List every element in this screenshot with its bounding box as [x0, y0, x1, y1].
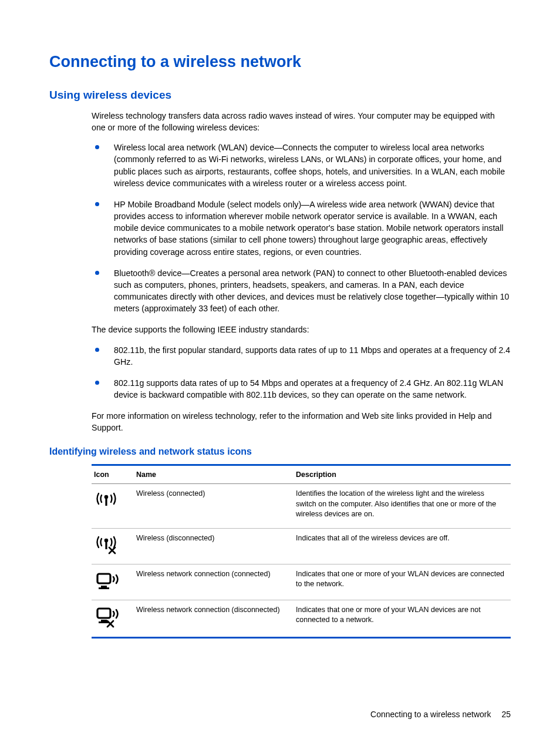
- device-list: Wireless local area network (WLAN) devic…: [94, 142, 511, 314]
- page-footer: Connecting to a wireless network 25: [370, 710, 511, 719]
- cell-desc: Indicates that all of the wireless devic…: [294, 528, 511, 564]
- table-row: Wireless network connection (connected) …: [92, 564, 511, 600]
- list-item: Wireless local area network (WLAN) devic…: [94, 142, 511, 189]
- list-item: Bluetooth® device—Creates a personal are…: [94, 267, 511, 315]
- svg-rect-8: [99, 587, 109, 589]
- footer-page-number: 25: [501, 710, 511, 719]
- wlan-disconnected-icon: [94, 605, 129, 629]
- page-title: Connecting to a wireless network: [49, 53, 511, 71]
- cell-name: Wireless network connection (connected): [134, 564, 294, 600]
- intro-paragraph: Wireless technology transfers data acros…: [92, 110, 511, 133]
- table-row: Wireless (connected) Identifies the loca…: [92, 484, 511, 529]
- svg-rect-10: [101, 620, 107, 622]
- more-info-paragraph: For more information on wireless technol…: [92, 410, 511, 434]
- col-header-icon: Icon: [92, 465, 134, 484]
- col-header-name: Name: [134, 465, 294, 484]
- wireless-disconnected-icon: [94, 533, 129, 556]
- section-heading-identifying-icons: Identifying wireless and network status …: [49, 446, 511, 457]
- cell-desc: Identifies the location of the wireless …: [294, 484, 511, 529]
- standards-intro: The device supports the following IEEE i…: [92, 324, 511, 335]
- cell-name: Wireless (connected): [134, 484, 294, 529]
- svg-rect-9: [97, 609, 110, 618]
- list-item: 802.11b, the first popular standard, sup…: [94, 344, 511, 368]
- cell-name: Wireless network connection (disconnecte…: [134, 600, 294, 637]
- status-icons-table: Icon Name Description Wireless: [92, 464, 511, 639]
- wlan-connected-icon: [94, 569, 129, 592]
- svg-rect-7: [101, 586, 107, 588]
- cell-desc: Indicates that one or more of your WLAN …: [294, 564, 511, 600]
- svg-rect-6: [97, 574, 110, 583]
- col-header-desc: Description: [294, 465, 511, 484]
- list-item: 802.11g supports data rates of up to 54 …: [94, 377, 511, 401]
- cell-desc: Indicates that one or more of your WLAN …: [294, 600, 511, 637]
- cell-name: Wireless (disconnected): [134, 528, 294, 564]
- svg-rect-1: [105, 498, 107, 506]
- section-heading-using-wireless: Using wireless devices: [49, 89, 511, 102]
- svg-rect-3: [105, 542, 107, 549]
- wireless-connected-icon: [94, 489, 129, 509]
- table-row: Wireless network connection (disconnecte…: [92, 600, 511, 637]
- footer-title: Connecting to a wireless network: [370, 710, 491, 719]
- table-row: Wireless (disconnected) Indicates that a…: [92, 528, 511, 564]
- list-item: HP Mobile Broadband Module (select model…: [94, 199, 511, 258]
- standards-list: 802.11b, the first popular standard, sup…: [94, 344, 511, 401]
